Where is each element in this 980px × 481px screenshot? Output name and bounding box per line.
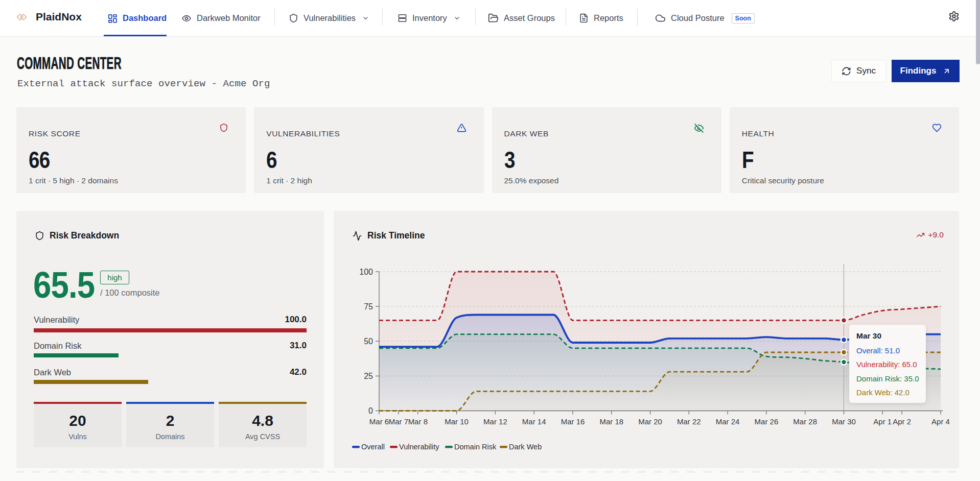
svg-text:Mar 14: Mar 14 [522, 417, 546, 426]
svg-text:Apr 4: Apr 4 [931, 417, 950, 426]
svg-text:Mar 12: Mar 12 [483, 417, 507, 426]
svg-text:Mar 28: Mar 28 [793, 417, 817, 426]
svg-text:Mar 22: Mar 22 [677, 417, 701, 426]
svg-text:Mar 24: Mar 24 [716, 417, 740, 426]
svg-text:Apr 1: Apr 1 [873, 417, 892, 426]
svg-text:50: 50 [364, 337, 373, 346]
svg-text:Mar 6: Mar 6 [369, 417, 389, 426]
svg-text:25: 25 [364, 372, 373, 380]
svg-text:Mar 30: Mar 30 [832, 417, 856, 426]
svg-text:Apr 2: Apr 2 [893, 417, 911, 426]
svg-text:Mar 10: Mar 10 [445, 417, 469, 426]
svg-text:Mar 26: Mar 26 [755, 417, 779, 426]
svg-text:100: 100 [359, 268, 373, 276]
svg-text:Vulnerability: Vulnerability [399, 443, 439, 451]
svg-text:75: 75 [364, 302, 373, 311]
svg-text:Mar 7: Mar 7 [389, 417, 408, 426]
svg-text:Mar 8: Mar 8 [408, 417, 428, 426]
svg-text:Domain Risk: Domain Risk [454, 443, 497, 451]
svg-text:0: 0 [368, 406, 373, 415]
svg-text:Mar 16: Mar 16 [561, 417, 585, 426]
svg-text:Mar 20: Mar 20 [638, 417, 662, 426]
svg-text:Dark Web: Dark Web [509, 443, 542, 451]
svg-text:Mar 18: Mar 18 [599, 417, 623, 426]
svg-text:Overall: Overall [361, 443, 385, 451]
